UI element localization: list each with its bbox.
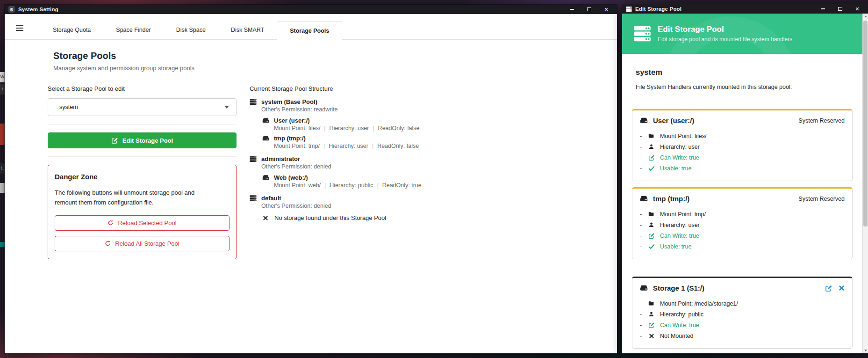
edit-storage-pool-titlebar: Edit Storage Pool ✕	[622, 4, 868, 14]
window-title: Edit Storage Pool	[635, 6, 681, 12]
menu-icon[interactable]	[16, 25, 23, 31]
hdd-icon	[262, 117, 269, 124]
empty-pool-message: No storage found under this Storage Pool	[263, 214, 539, 221]
tree-pool-system: system (Base Pool) Other's Permission: r…	[250, 98, 539, 149]
handler-detail: -Mount Point: /media/storage1/	[640, 298, 845, 309]
storage-pools-page: Storage Pools Manage system and permissi…	[5, 40, 617, 353]
handlers-description: File System Handlers currently mounted i…	[636, 84, 849, 90]
mount-entry: User (user:/) Mount Point: files/|Hierar…	[262, 117, 539, 132]
person-icon	[648, 144, 654, 150]
mount-details: Mount Point: tmp/|Hierarchy: user|ReadOn…	[274, 143, 539, 149]
reload-all-pools-label: Reload All Storage Pool	[115, 240, 179, 247]
close-icon: ✕	[604, 7, 608, 12]
tab-bar: Storage Quota Space Finder Disk Space Di…	[5, 14, 617, 40]
edit-storage-pool-label: Edit Storage Pool	[122, 137, 173, 144]
page-subtitle: Manage system and permission group stora…	[53, 65, 194, 72]
minimize-icon	[821, 8, 825, 9]
server-rack-icon	[250, 98, 257, 105]
storage-pool-structure: Current Storage Pool Structure system (B…	[250, 85, 539, 227]
edit-icon	[111, 137, 118, 144]
close-button[interactable]: ✕	[854, 6, 861, 12]
background-fragment: W	[0, 72, 5, 82]
maximize-button[interactable]	[837, 6, 843, 12]
handler-detail: -Not Mounted	[640, 330, 845, 341]
check-icon	[648, 243, 655, 250]
pool-name: default	[261, 195, 281, 202]
divider	[48, 156, 237, 157]
edit-handler-button[interactable]	[825, 285, 832, 292]
select-pool-label: Select a Storage Pool to edit	[48, 85, 237, 92]
handler-detail: -Can Write: true	[640, 152, 845, 163]
tab-storage-pools[interactable]: Storage Pools	[277, 21, 342, 40]
danger-zone-description: The following buttons will unmount stora…	[55, 188, 230, 207]
handler-detail: -Mount Point: files/	[640, 131, 845, 141]
close-button[interactable]: ✕	[603, 6, 610, 13]
folder-icon	[648, 133, 654, 139]
hdd-icon	[262, 174, 269, 181]
banner-subtitle: Edit storage pool and its mounted file s…	[658, 36, 792, 43]
reload-selected-pool-label: Reload Selected Pool	[118, 219, 176, 226]
tab-disk-smart[interactable]: Disk SMART	[218, 21, 277, 39]
window-title: System Setting	[18, 7, 58, 12]
reload-all-pools-button[interactable]: Reload All Storage Pool	[55, 236, 230, 251]
person-icon	[648, 311, 654, 317]
scrollbar-thumb[interactable]	[863, 21, 868, 226]
storage-pool-select[interactable]: system	[48, 98, 237, 116]
pool-permission: Other's Permission: denied	[261, 203, 539, 209]
handler-detail: -Can Write: true	[640, 320, 845, 330]
page-title: Storage Pools	[53, 51, 116, 61]
edit-pool-body: system File System Handlers currently mo…	[622, 54, 862, 353]
handler-title: tmp (tmp:/)	[653, 195, 689, 203]
scroll-down-arrow[interactable]	[863, 348, 868, 353]
tree-pool-default: default Other's Permission: denied No st…	[250, 195, 539, 221]
pool-name: administrator	[261, 155, 300, 162]
folder-icon	[648, 300, 654, 307]
tab-disk-space[interactable]: Disk Space	[164, 21, 218, 39]
background-fragment: t	[0, 84, 5, 95]
remove-handler-button[interactable]	[839, 285, 845, 291]
edit-storage-pool-window: Edit Storage Pool ✕ Edit Storage Pool Ed…	[622, 4, 868, 353]
hdd-icon	[640, 117, 648, 124]
handler-title: Storage 1 (S1:/)	[653, 284, 704, 292]
handler-detail: -Hierarchy: user	[640, 141, 845, 152]
pool-permission: Other's Permission: denied	[261, 163, 539, 170]
close-icon: ✕	[855, 7, 859, 12]
hdd-icon	[262, 135, 269, 142]
handler-card-storage1: Storage 1 (S1:/) -Mount Point: /media/st…	[632, 277, 853, 349]
maximize-button[interactable]	[586, 6, 592, 13]
background-fragment	[0, 124, 5, 145]
background-fragment	[0, 242, 5, 247]
divider	[48, 124, 237, 124]
minimize-button[interactable]	[819, 6, 826, 12]
server-rack-icon	[250, 195, 257, 202]
background-fragment	[0, 183, 5, 193]
server-rack-icon	[250, 155, 257, 162]
edit-icon	[648, 322, 655, 329]
handler-detail: -Can Write: true	[640, 230, 845, 241]
server-icon	[633, 25, 651, 43]
hdd-icon	[640, 284, 648, 292]
tab-storage-quota[interactable]: Storage Quota	[40, 21, 103, 39]
edit-storage-pool-button[interactable]: Edit Storage Pool	[48, 132, 237, 148]
system-reserved-badge: System Reserved	[798, 196, 845, 202]
handler-detail: -Usable: true	[640, 241, 845, 252]
handler-detail: -Hierarchy: user	[640, 219, 845, 230]
handler-detail: -Usable: true	[640, 163, 845, 174]
handler-title: User (user:/)	[653, 117, 694, 124]
danger-zone-card: Danger Zone The following buttons will u…	[48, 165, 237, 259]
system-reserved-badge: System Reserved	[798, 117, 845, 124]
structure-title: Current Storage Pool Structure	[250, 85, 539, 92]
reload-selected-pool-button[interactable]: Reload Selected Pool	[55, 215, 230, 231]
handler-detail: -Hierarchy: public	[640, 309, 845, 320]
handler-card-user: User (user:/) System Reserved -Mount Poi…	[632, 109, 853, 181]
handler-card-tmp: tmp (tmp:/) System Reserved -Mount Point…	[632, 187, 853, 259]
handler-detail: -Mount Point: tmp/	[640, 209, 845, 219]
tab-space-finder[interactable]: Space Finder	[103, 21, 163, 39]
maximize-icon	[838, 7, 842, 11]
minimize-button[interactable]	[568, 6, 575, 13]
scroll-up-arrow[interactable]	[863, 14, 868, 19]
edit-icon	[648, 154, 655, 161]
maximize-icon	[587, 7, 591, 11]
scrollbar[interactable]	[862, 14, 868, 353]
danger-zone-title: Danger Zone	[55, 173, 230, 181]
